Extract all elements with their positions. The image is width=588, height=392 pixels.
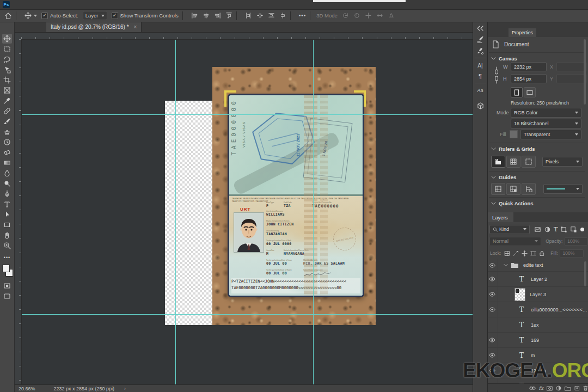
lock-artboard-icon[interactable] [530,250,536,256]
ruler-units-dropdown[interactable]: Pixels [542,157,583,167]
path-selection-tool[interactable] [2,210,12,219]
delete-layer-icon[interactable] [583,385,588,391]
screen-mode-button[interactable] [2,291,12,301]
color-mode-dropdown[interactable]: RGB Color [511,108,581,118]
foreground-color-swatch[interactable] [2,265,10,272]
pen-tool[interactable] [2,189,12,199]
character-panel-icon[interactable]: A| [474,60,486,71]
bit-depth-dropdown[interactable]: 16 Bits/Channel [511,119,581,128]
auto-select-checkbox[interactable]: ✓ Auto-Select: [41,13,78,19]
clone-stamp-tool[interactable] [2,127,12,137]
rulers-grids-section-header[interactable]: Rulers & Grids [491,146,535,152]
object-selection-tool[interactable] [2,65,12,75]
adjustment-layer-icon[interactable] [556,385,561,391]
lock-guides-button[interactable] [522,183,536,195]
move-tool[interactable] [2,34,12,44]
shape-tool[interactable] [2,220,12,230]
layer-name[interactable]: 1ex [531,322,539,328]
layers-scrollbar[interactable] [584,261,586,286]
toggle-grid-button[interactable] [506,156,520,168]
toggle-rulers-button[interactable] [491,156,505,168]
panel-tab[interactable] [495,28,500,37]
canvas-area[interactable]: TAE000000 VISA / VISAS 11 NOV 2023 1 N [21,39,473,384]
panel-tab[interactable] [504,28,509,37]
link-dimensions-icon[interactable] [493,66,500,84]
quick-actions-section-header[interactable]: Quick Actions [491,200,534,206]
show-transform-checkbox[interactable]: ✓ Show Transform Controls [112,13,179,19]
canvas-section-header[interactable]: Canvas [491,56,517,62]
fill-dropdown[interactable]: Transparent [520,130,581,139]
lock-all-icon[interactable] [539,250,545,256]
layer-row[interactable]: edite text [487,259,588,272]
lock-transparency-icon[interactable] [504,250,510,256]
visibility-toggle[interactable] [487,333,498,347]
layer-row[interactable]: T Layer 2 [487,272,588,287]
paragraph-panel-icon[interactable]: ¶ [474,71,486,82]
visibility-toggle[interactable] [487,259,498,271]
panel-tab[interactable] [500,28,504,37]
checkbox-checked-icon[interactable]: ✓ [112,13,118,19]
layer-row[interactable]: T cilla0000000...<<<<<<<0 d [487,302,588,317]
horizontal-ruler[interactable] [21,32,473,40]
visibility-toggle[interactable] [487,302,498,317]
lasso-tool[interactable] [2,54,12,64]
vertical-guide-1[interactable] [175,39,176,384]
brush-tool[interactable] [2,117,12,126]
width-field[interactable]: 2232 px [511,62,547,71]
filter-kind-dropdown[interactable]: Kind [489,225,530,234]
marquee-tool[interactable] [2,44,12,54]
dodge-tool[interactable] [2,179,12,188]
align-left-icon[interactable] [191,12,198,19]
height-field[interactable]: 2854 px [511,74,547,83]
frame-tool[interactable] [2,85,12,95]
auto-select-target-dropdown[interactable]: Layer [83,11,107,20]
vertical-ruler[interactable] [14,39,22,384]
history-brush-tool[interactable] [2,137,12,147]
new-guide-layout-button[interactable] [506,183,520,195]
horizontal-guide-1[interactable] [21,114,473,115]
hand-tool[interactable] [2,230,12,240]
toggle-pixel-grid-button[interactable] [522,156,536,168]
filter-toggle-dot[interactable] [580,228,584,231]
toggle-guides-button[interactable] [491,183,505,195]
crop-tool[interactable] [2,75,12,85]
visibility-toggle[interactable] [487,317,498,332]
layer-name[interactable]: Layer 3 [530,292,546,297]
horizontal-guide-2[interactable] [21,314,473,315]
type-tool[interactable] [2,199,12,209]
panel-tab[interactable] [491,28,495,37]
align-top-icon[interactable] [225,12,232,19]
align-right-icon[interactable] [214,12,221,19]
filter-pixel-icon[interactable] [534,226,541,233]
zoom-tool[interactable] [2,241,12,250]
layer-name[interactable]: cilla0000000...<<<<<<<0 d [531,307,588,313]
filter-adjustment-icon[interactable] [544,226,551,233]
filter-type-icon[interactable]: T [554,226,558,233]
status-chevron-icon[interactable]: › [124,386,126,391]
healing-brush-tool[interactable] [2,106,12,116]
zoom-level-field[interactable]: 20.66% [19,386,35,391]
fill-swatch[interactable] [510,130,518,138]
distribute-bottom-icon[interactable] [279,12,286,19]
collapse-panels-icon[interactable] [474,23,486,34]
landscape-orientation-button[interactable] [524,87,536,97]
ruler-corner[interactable] [14,32,22,40]
new-layer-icon[interactable] [574,385,580,391]
checkbox-checked-icon[interactable]: ✓ [41,13,48,19]
libraries-panel-icon[interactable] [474,100,486,111]
layer-name[interactable]: edite text [523,262,543,268]
guide-color-dropdown[interactable] [543,184,583,194]
distribute-left-icon[interactable] [245,12,252,19]
visibility-toggle[interactable] [487,272,498,286]
portrait-orientation-button[interactable] [511,87,523,97]
filter-shape-icon[interactable] [560,226,567,233]
color-swatches[interactable] [2,264,14,277]
properties-scrollbar[interactable] [584,39,586,105]
tab-layers[interactable]: Layers [487,212,513,222]
distribute-top-icon[interactable] [268,12,275,19]
quick-mask-button[interactable] [2,281,12,291]
group-icons[interactable] [504,262,519,268]
edit-toolbar-dots[interactable]: ••• [2,253,12,262]
visibility-toggle[interactable] [487,287,498,302]
brushes-panel-icon[interactable] [474,46,486,57]
